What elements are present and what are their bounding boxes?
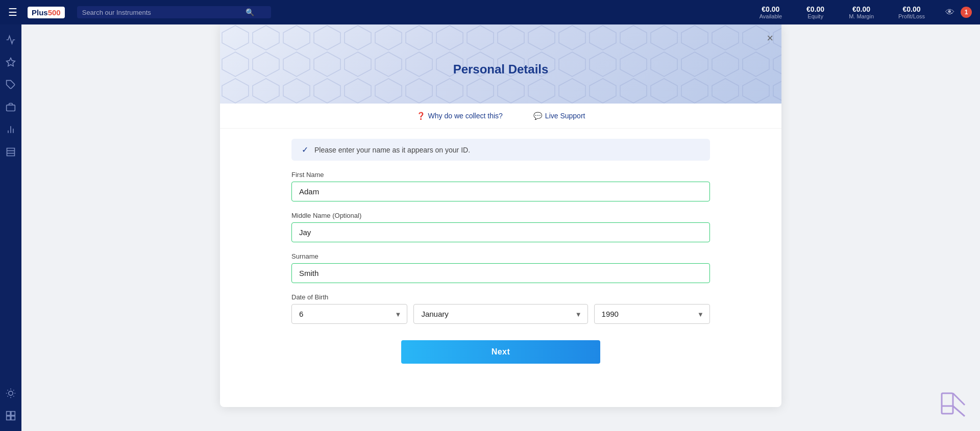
svg-line-17 xyxy=(953,393,965,405)
dob-month-wrap: January ▼ xyxy=(413,304,587,324)
why-collect-link[interactable]: ❓ Why do we collect this? xyxy=(416,112,503,120)
middle-name-group: Middle Name (Optional) xyxy=(291,212,710,242)
stat-equity: €0.00 Equity xyxy=(806,5,824,19)
stat-profit-loss: €0.00 Profit/Loss xyxy=(898,5,925,19)
support-bar: ❓ Why do we collect this? 💬 Live Support xyxy=(220,104,781,129)
search-icon: 🔍 xyxy=(246,8,254,16)
left-sidebar xyxy=(0,24,21,431)
svg-rect-12 xyxy=(11,416,15,420)
svg-rect-9 xyxy=(7,412,11,416)
first-name-label: First Name xyxy=(291,171,710,179)
logo: Plus500 xyxy=(28,7,65,18)
notification-badge[interactable]: 1 xyxy=(961,7,972,18)
search-bar[interactable]: 🔍 xyxy=(77,6,271,18)
stats-bar: €0.00 Available €0.00 Equity €0.00 M. Ma… xyxy=(760,5,925,19)
dob-year-select[interactable]: 1990 xyxy=(594,304,710,324)
top-navbar: ☰ Plus500 🔍 €0.00 Available €0.00 Equity… xyxy=(0,0,980,24)
navbar-icons: 👁 1 xyxy=(945,7,972,18)
svg-rect-11 xyxy=(7,416,11,420)
dob-month-select[interactable]: January xyxy=(413,304,587,324)
hero-banner: Personal Details xyxy=(220,24,781,104)
next-button[interactable]: Next xyxy=(401,340,600,364)
close-button[interactable]: × xyxy=(767,33,773,44)
dob-row: 6 ▼ January ▼ 1990 xyxy=(291,304,710,324)
first-name-group: First Name xyxy=(291,171,710,201)
middle-name-input[interactable] xyxy=(291,222,710,242)
sidebar-item-settings[interactable] xyxy=(2,384,20,402)
question-icon: ❓ xyxy=(416,112,425,120)
sidebar-item-tags[interactable] xyxy=(2,75,20,94)
svg-rect-15 xyxy=(942,393,953,414)
eye-icon[interactable]: 👁 xyxy=(945,7,954,18)
next-button-wrap: Next xyxy=(291,340,710,364)
surname-group: Surname xyxy=(291,252,710,283)
stat-available: €0.00 Available xyxy=(760,5,782,19)
watermark xyxy=(939,388,970,421)
sidebar-item-charts[interactable] xyxy=(2,31,20,49)
surname-label: Surname xyxy=(291,252,710,260)
middle-name-label: Middle Name (Optional) xyxy=(291,212,710,219)
dob-label: Date of Birth xyxy=(291,293,710,301)
sidebar-item-markets[interactable] xyxy=(2,143,20,161)
svg-point-8 xyxy=(9,391,13,395)
form-body: ❓ Why do we collect this? 💬 Live Support… xyxy=(220,104,781,384)
sidebar-item-analytics[interactable] xyxy=(2,120,20,139)
surname-input[interactable] xyxy=(291,263,710,283)
first-name-input[interactable] xyxy=(291,182,710,201)
form-title: Personal Details xyxy=(453,62,549,77)
main-content: × Personal Details ❓ Why do we collect t… xyxy=(21,24,980,431)
form-fields: First Name Middle Name (Optional) Surnam… xyxy=(220,171,781,364)
check-icon: ✓ xyxy=(302,145,308,155)
svg-rect-2 xyxy=(7,105,15,111)
svg-rect-10 xyxy=(11,412,15,416)
live-support-link[interactable]: 💬 Live Support xyxy=(533,112,585,120)
dob-day-select[interactable]: 6 xyxy=(291,304,407,324)
menu-icon[interactable]: ☰ xyxy=(8,6,17,18)
svg-line-18 xyxy=(953,406,965,416)
sidebar-item-more[interactable] xyxy=(2,407,20,425)
dob-group: Date of Birth 6 ▼ January ▼ xyxy=(291,293,710,324)
sidebar-item-portfolio[interactable] xyxy=(2,98,20,116)
personal-details-panel: × Personal Details ❓ Why do we collect t… xyxy=(220,24,781,407)
dob-year-wrap: 1990 ▼ xyxy=(594,304,710,324)
chat-icon: 💬 xyxy=(533,112,542,120)
search-input[interactable] xyxy=(82,9,246,16)
svg-marker-0 xyxy=(7,58,15,66)
sidebar-item-watchlist[interactable] xyxy=(2,53,20,71)
stat-margin: €0.00 M. Margin xyxy=(849,5,874,19)
info-notice: ✓ Please enter your name as it appears o… xyxy=(291,139,710,161)
dob-day-wrap: 6 ▼ xyxy=(291,304,407,324)
